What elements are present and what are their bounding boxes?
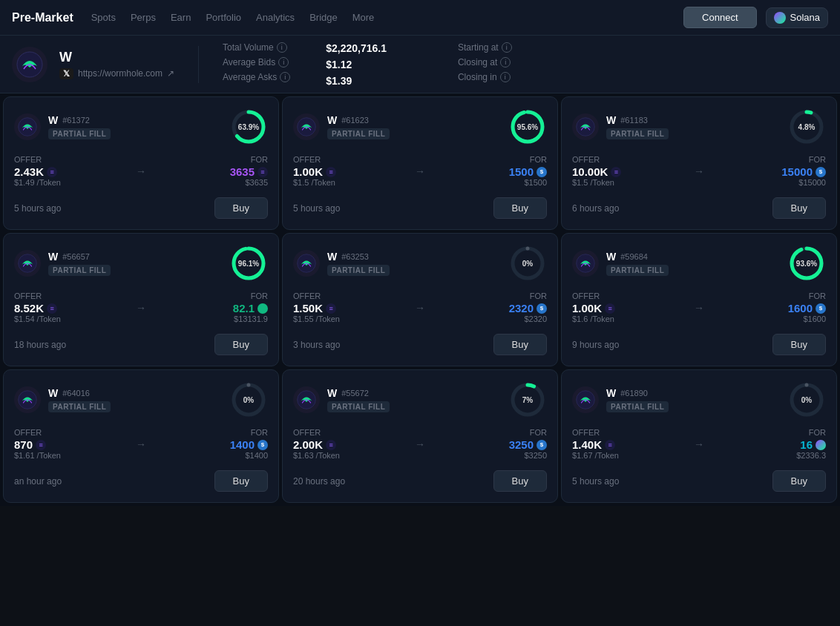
fill-percentage: 7% — [522, 396, 533, 404]
offer-token-icon: ≡ — [326, 167, 336, 177]
for-section: FOR 15000 $ $15000 — [710, 155, 826, 187]
arrow-icon: → — [415, 302, 425, 314]
nav-item-3[interactable]: Earn — [171, 12, 191, 23]
listing-card: W #55672 PARTIAL FILL 7% OFFER 2.00K ≡ — [282, 369, 558, 503]
for-label: FOR — [710, 428, 826, 437]
buy-button[interactable]: Buy — [214, 470, 268, 492]
buy-button[interactable]: Buy — [772, 334, 826, 355]
starting-info-icon[interactable]: i — [502, 42, 512, 53]
connect-button[interactable]: Connect — [683, 7, 756, 28]
card-token-id: #61372 — [62, 116, 90, 125]
total-volume-value: $2,220,716.1 — [326, 42, 387, 54]
nav-item-5[interactable]: Analytics — [256, 12, 295, 23]
offer-row: OFFER 1.40K ≡ $1.67 /Token → FOR 16 $233… — [572, 428, 826, 460]
for-label: FOR — [431, 428, 547, 437]
for-amount: 1600 $ — [710, 302, 826, 314]
nav-item-6[interactable]: Bridge — [309, 12, 338, 23]
buy-button[interactable]: Buy — [772, 197, 826, 219]
time-ago: 20 hours ago — [293, 476, 345, 487]
offer-row: OFFER 1.00K ≡ $1.6 /Token → FOR 1600 $ $… — [572, 291, 826, 323]
card-token-id: #61183 — [620, 116, 648, 125]
card-footer: 5 hours ago Buy — [293, 197, 547, 219]
offer-token-icon: ≡ — [47, 167, 57, 177]
buy-button[interactable]: Buy — [493, 470, 547, 492]
for-usd: $1400 — [152, 451, 268, 460]
nav-item-4[interactable]: Portfolio — [206, 12, 241, 23]
card-footer: an hour ago Buy — [14, 470, 268, 492]
offer-row: OFFER 2.00K ≡ $1.63 /Token → FOR 3250 $ … — [293, 428, 547, 460]
for-usd: $1500 — [431, 178, 547, 187]
chain-selector[interactable]: Solana — [766, 7, 828, 28]
for-label: FOR — [152, 428, 268, 437]
nav-item-2[interactable]: Perps — [131, 12, 156, 23]
usdc-icon: $ — [816, 303, 826, 314]
for-section: FOR 16 $2336.3 — [710, 428, 826, 460]
arrow-icon: → — [415, 165, 425, 177]
for-section: FOR 1400 $ $1400 — [152, 428, 268, 460]
fill-donut: 7% — [508, 380, 547, 419]
listing-card: W #61890 PARTIAL FILL 0% OFFER 1.40K ≡ — [561, 369, 837, 503]
for-section: FOR 1500 $ $1500 — [431, 155, 547, 187]
card-logo — [293, 250, 320, 277]
card-logo — [14, 386, 41, 413]
offer-label: OFFER — [14, 291, 130, 300]
card-header: W #59684 PARTIAL FILL 93.6% — [572, 244, 826, 283]
fill-donut: 96.1% — [229, 244, 268, 283]
for-amount: 16 — [710, 438, 826, 451]
token-name: W — [59, 50, 174, 65]
offer-section: OFFER 2.00K ≡ $1.63 /Token — [293, 428, 409, 460]
token-logo — [12, 47, 47, 82]
for-usd: $3635 — [152, 178, 268, 187]
asks-info-icon[interactable]: i — [280, 72, 290, 82]
for-section: FOR 3635 ≡ $3635 — [152, 155, 268, 187]
card-token-id: #56657 — [62, 252, 90, 261]
offer-price: $1.5 /Token — [293, 178, 409, 187]
buy-button[interactable]: Buy — [493, 334, 547, 355]
partial-fill-badge: PARTIAL FILL — [327, 401, 390, 412]
volume-info-icon[interactable]: i — [277, 42, 287, 53]
buy-button[interactable]: Buy — [214, 197, 268, 219]
closing-at-info-icon[interactable]: i — [500, 57, 511, 67]
fill-donut: 0% — [508, 244, 547, 283]
token-website[interactable]: https://wormhole.com — [78, 68, 163, 79]
buy-button[interactable]: Buy — [493, 197, 547, 219]
closing-in-info-icon[interactable]: i — [500, 72, 511, 82]
fill-percentage: 95.6% — [517, 123, 538, 131]
partial-fill-badge: PARTIAL FILL — [606, 401, 669, 412]
offer-row: OFFER 1.50K ≡ $1.55 /Token → FOR 2320 $ … — [293, 291, 547, 323]
buy-button[interactable]: Buy — [772, 470, 826, 492]
token-stats: Total Volume i Average Bids i Average As… — [223, 42, 828, 87]
card-token-name: W — [606, 251, 616, 263]
card-token-details: W #64016 PARTIAL FILL — [48, 387, 111, 412]
card-footer: 18 hours ago Buy — [14, 334, 268, 355]
nav-item-1[interactable]: Spots — [91, 12, 116, 23]
card-token-id: #59684 — [620, 252, 648, 261]
offer-label: OFFER — [572, 155, 688, 164]
green-token-icon — [257, 303, 268, 314]
avg-bids-value: $1.12 — [326, 59, 387, 70]
sol-icon — [816, 440, 826, 450]
avg-asks-value: $1.39 — [326, 75, 387, 87]
card-footer: 9 hours ago Buy — [572, 334, 826, 355]
closing-at-label: Closing at i — [458, 57, 512, 67]
card-footer: 5 hours ago Buy — [572, 470, 826, 492]
time-ago: 9 hours ago — [572, 340, 619, 350]
card-header: W #61183 PARTIAL FILL 4.8% — [572, 108, 826, 146]
buy-button[interactable]: Buy — [214, 334, 268, 355]
for-usd: $3250 — [431, 451, 547, 460]
card-logo — [293, 113, 320, 140]
x-badge: 𝕏 — [59, 68, 73, 79]
fill-donut: 63.9% — [229, 108, 268, 146]
nav-item-7[interactable]: More — [352, 12, 375, 23]
card-token-info: W #59684 PARTIAL FILL — [572, 250, 669, 277]
card-logo — [14, 113, 41, 140]
offer-section: OFFER 10.00K ≡ $1.5 /Token — [572, 155, 688, 187]
fill-percentage: 0% — [243, 396, 254, 404]
offer-label: OFFER — [293, 155, 409, 164]
card-token-details: W #61183 PARTIAL FILL — [606, 114, 669, 139]
listing-card: W #61623 PARTIAL FILL 95.6% OFFER 1.00K … — [282, 96, 558, 230]
external-link-icon: ↗ — [167, 68, 174, 79]
fill-donut: 0% — [787, 380, 826, 419]
bids-info-icon[interactable]: i — [278, 57, 289, 67]
card-logo — [293, 386, 320, 413]
